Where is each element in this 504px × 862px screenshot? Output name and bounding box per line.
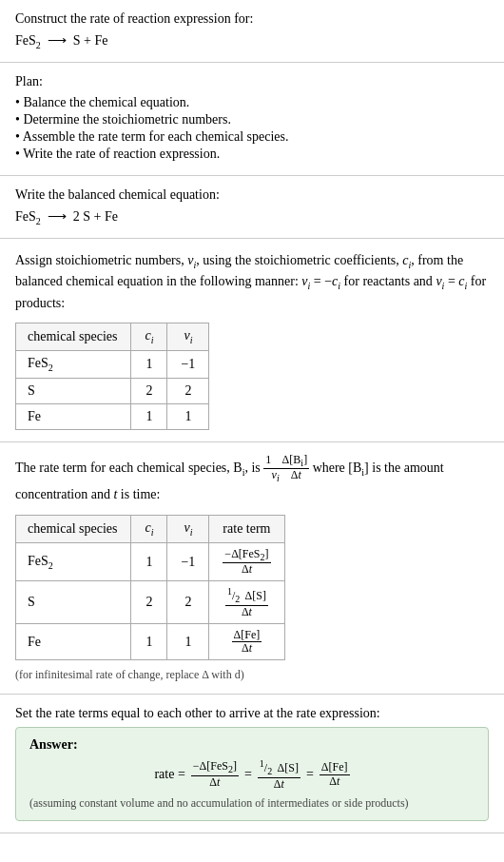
- balanced-title: Write the balanced chemical equation:: [15, 187, 489, 203]
- plan-list: Balance the chemical equation. Determine…: [15, 95, 489, 162]
- rt-col-v: νi: [167, 515, 209, 542]
- initial-reaction: FeS2 ⟶ S + Fe: [15, 32, 489, 50]
- rate-expression: rate = −Δ[FeS2] Δt = 1/2 Δ[S] Δt = Δ[Fe]…: [29, 758, 475, 791]
- assign-text: Assign stoichiometric numbers, νi, using…: [15, 250, 489, 314]
- eq-sign-2: =: [306, 767, 314, 782]
- construct-label: Construct the rate of reaction expressio…: [15, 11, 489, 27]
- rt-species-fes2: FeS2: [16, 542, 131, 581]
- balanced-section: Write the balanced chemical equation: Fe…: [0, 176, 504, 239]
- plan-step-1: Balance the chemical equation.: [15, 95, 489, 110]
- rt-rate-s: 1/2 Δ[S] Δt: [209, 581, 284, 624]
- rate-term-table: chemical species ci νi rate term FeS2 1 …: [15, 515, 285, 660]
- assign-table: chemical species ci νi FeS2 1 −1 S 2 2 F…: [15, 323, 209, 430]
- set-rate-text: Set the rate terms equal to each other t…: [15, 706, 489, 721]
- rate-frac-fe: Δ[Fe] Δt: [320, 761, 350, 787]
- rt-species-s: S: [16, 581, 131, 624]
- species-fe: Fe: [16, 403, 131, 429]
- rt-species-fe: Fe: [16, 623, 131, 659]
- assign-col-species: chemical species: [16, 323, 131, 351]
- rt-c-fes2: 1: [131, 542, 167, 581]
- rate-term-note: (for infinitesimal rate of change, repla…: [15, 668, 489, 682]
- balanced-equation: FeS2 ⟶ 2 S + Fe: [15, 208, 489, 226]
- rate-term-section: The rate term for each chemical species,…: [0, 442, 504, 695]
- set-rate-section: Set the rate terms equal to each other t…: [0, 695, 504, 833]
- assign-col-c: ci: [131, 323, 167, 351]
- plan-step-3: Assemble the rate term for each chemical…: [15, 129, 489, 145]
- plan-step-4: Write the rate of reaction expression.: [15, 147, 489, 162]
- rate-fraction: 1 Δ[Bi] νi Δt: [263, 454, 309, 484]
- rt-c-s: 2: [131, 581, 167, 624]
- plan-step-2: Determine the stoichiometric numbers.: [15, 112, 489, 127]
- table-row: FeS2 1 −1 −Δ[FeS2] Δt: [16, 542, 285, 581]
- v-s: 2: [167, 378, 209, 403]
- table-row: FeS2 1 −1: [16, 350, 209, 378]
- v-fes2: −1: [167, 350, 209, 378]
- species-fes2: FeS2: [16, 350, 131, 378]
- species-s: S: [16, 378, 131, 403]
- table-row: Fe 1 1: [16, 403, 209, 429]
- c-fes2: 1: [131, 350, 167, 378]
- rt-col-species: chemical species: [16, 515, 131, 542]
- answer-label: Answer:: [29, 737, 475, 753]
- assign-col-v: νi: [167, 323, 209, 351]
- plan-title: Plan:: [15, 74, 489, 89]
- rate-word: rate =: [154, 767, 184, 782]
- table-row: Fe 1 1 Δ[Fe] Δt: [16, 623, 285, 659]
- answer-note: (assuming constant volume and no accumul…: [29, 796, 475, 811]
- assign-section: Assign stoichiometric numbers, νi, using…: [0, 239, 504, 442]
- rate-term-text: The rate term for each chemical species,…: [15, 454, 489, 505]
- rate-frac-fes2: −Δ[FeS2] Δt: [191, 760, 239, 789]
- rt-rate-fes2: −Δ[FeS2] Δt: [209, 542, 284, 581]
- answer-box: Answer: rate = −Δ[FeS2] Δt = 1/2 Δ[S] Δt…: [15, 727, 489, 821]
- plan-section: Plan: Balance the chemical equation. Det…: [0, 63, 504, 176]
- rt-v-fes2: −1: [167, 542, 209, 581]
- rt-col-c: ci: [131, 515, 167, 542]
- c-fe: 1: [131, 403, 167, 429]
- rt-rate-fe: Δ[Fe] Δt: [209, 623, 284, 659]
- rate-frac-s: 1/2 Δ[S] Δt: [258, 758, 300, 791]
- rt-v-s: 2: [167, 581, 209, 624]
- v-fe: 1: [167, 403, 209, 429]
- eq-sign-1: =: [244, 767, 252, 782]
- rt-v-fe: 1: [167, 623, 209, 659]
- c-s: 2: [131, 378, 167, 403]
- rt-col-rate: rate term: [209, 515, 284, 542]
- rt-c-fe: 1: [131, 623, 167, 659]
- table-row: S 2 2 1/2 Δ[S] Δt: [16, 581, 285, 624]
- table-row: S 2 2: [16, 378, 209, 403]
- construct-section: Construct the rate of reaction expressio…: [0, 0, 504, 63]
